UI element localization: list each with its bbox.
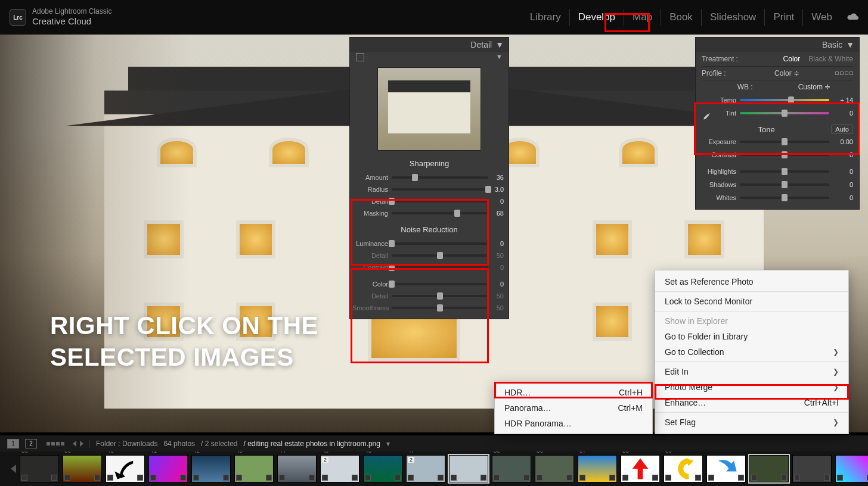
detail-navigator-icon[interactable] [356, 53, 364, 61]
filmstrip-prev-icon[interactable] [11, 465, 16, 473]
filmstrip-thumb[interactable]: 42 [191, 455, 231, 482]
filmstrip-thumb[interactable]: 59 [664, 455, 703, 482]
ctx-lock-monitor[interactable]: Lock to Second Monitor [655, 294, 848, 309]
detail-preview[interactable] [377, 67, 481, 151]
ctx-set-reference[interactable]: Set as Reference Photo [655, 274, 848, 289]
cloud-sync-icon[interactable] [847, 12, 860, 23]
separator [655, 412, 848, 413]
filmstrip-thumb[interactable]: 40 [106, 455, 145, 482]
app-brand: Adobe Lightroom Classic Creative Cloud [32, 8, 111, 26]
treatment-row[interactable]: Treatment : ColorBlack & White [702, 52, 853, 66]
selected-count: / 2 selected [201, 440, 237, 448]
folder-label[interactable]: Folder : Downloads [96, 440, 157, 448]
module-picker: Library Develop Map Book Slideshow Print… [522, 0, 860, 35]
module-slideshow[interactable]: Slideshow [701, 9, 765, 26]
module-book[interactable]: Book [661, 9, 701, 26]
highlight-photo-merge [655, 384, 849, 400]
filmstrip-thumb[interactable] [835, 455, 868, 482]
detail-panel-header[interactable]: Detail ▼ [350, 38, 509, 52]
profile-row[interactable]: Profile : Color ≑ [702, 66, 853, 80]
separator [655, 291, 848, 292]
chevron-right-icon: ❯ [833, 348, 839, 356]
chevron-right-icon: ❯ [833, 418, 839, 426]
ctx-edit-in[interactable]: Edit In❯ [655, 364, 848, 379]
radius-slider[interactable]: Radius3.0 [350, 183, 509, 195]
grid-view-icon[interactable] [46, 442, 64, 446]
shadows-slider[interactable]: Shadows0 [702, 178, 853, 191]
filmstrip-thumb[interactable]: 472 [406, 455, 445, 482]
dropdown-icon[interactable]: ▾ [386, 440, 390, 448]
filmstrip-thumb[interactable] [706, 455, 746, 482]
filmstrip-thumb[interactable] [749, 455, 789, 482]
filmstrip-thumb[interactable] [792, 455, 832, 482]
filmstrip-thumb[interactable]: 41 [148, 455, 188, 482]
display-2-button[interactable]: 2 [25, 439, 37, 448]
amount-slider[interactable]: Amount36 [350, 172, 509, 183]
app-header: Lrc Adobe Lightroom Classic Creative Clo… [0, 0, 868, 35]
filmstrip-thumb[interactable]: 43 [234, 455, 274, 482]
disclosure-icon[interactable]: ▼ [846, 40, 854, 49]
filmstrip-thumb[interactable]: 46 [363, 455, 402, 482]
ctx-goto-collection[interactable]: Go to Collection❯ [655, 344, 848, 360]
filmstrip-thumb[interactable]: 44 [277, 455, 317, 482]
filmstrip-thumb[interactable] [449, 455, 488, 482]
module-web[interactable]: Web [802, 9, 841, 26]
brand-top: Adobe Lightroom Classic [32, 8, 111, 16]
wb-row[interactable]: WB : Custom ≑ [715, 80, 853, 94]
detail-panel-title: Detail [470, 40, 492, 49]
profile-value[interactable]: Color ≑ [774, 69, 799, 77]
basic-panel-header[interactable]: Basic ▼ [696, 38, 859, 52]
overlay-line1: RIGHT CLICK ON THE [50, 311, 318, 339]
overlay-line2: SELECTED IMAGES [50, 343, 294, 371]
profile-browser-icon[interactable] [835, 71, 853, 75]
treatment-bw[interactable]: Black & White [808, 55, 853, 63]
ctx-hdr-panorama[interactable]: HDR Panorama… [495, 416, 652, 431]
filmstrip-thumb[interactable]: 58 [621, 455, 660, 482]
filmstrip[interactable]: 38394041424344452464725556575859 [0, 451, 868, 486]
display-1-button[interactable]: 1 [7, 439, 19, 448]
filmstrip-thumb[interactable]: 38 [20, 455, 59, 482]
filmstrip-thumb[interactable]: 57 [578, 455, 617, 482]
chevron-right-icon: ❯ [833, 367, 839, 376]
current-file[interactable]: / editing real estate photos in lightroo… [243, 440, 380, 448]
module-print[interactable]: Print [764, 9, 802, 26]
highlight-sharpening [351, 199, 489, 266]
separator [655, 311, 848, 311]
app-logo: Lrc [10, 9, 26, 26]
basic-panel-title: Basic [822, 40, 842, 49]
highlight-wb [694, 102, 860, 155]
filmstrip-thumb[interactable]: 39 [63, 455, 102, 482]
brand-bot: Creative Cloud [32, 16, 111, 26]
filmstrip-thumb[interactable]: 56 [535, 455, 574, 482]
filmstrip-thumb[interactable]: 452 [320, 455, 359, 482]
filmstrip-thumb[interactable]: 55 [492, 455, 531, 482]
sharpening-title: Sharpening [350, 157, 509, 172]
disclosure-icon[interactable]: ▼ [495, 40, 504, 49]
ctx-goto-folder[interactable]: Go to Folder in Library [655, 329, 848, 344]
ctx-set-flag[interactable]: Set Flag❯ [655, 415, 848, 430]
photo-count: 64 photos [163, 440, 195, 448]
annotation-overlay-text: RIGHT CLICK ON THE SELECTED IMAGES [50, 310, 318, 373]
highlights-slider[interactable]: Highlights0 [702, 165, 853, 178]
highlight-hdr [494, 382, 653, 398]
highlight-noise [351, 268, 489, 363]
wb-value[interactable]: Custom ≑ [798, 83, 831, 91]
module-library[interactable]: Library [522, 9, 569, 26]
ctx-panorama[interactable]: Panorama…Ctrl+M [495, 400, 652, 416]
whites-slider[interactable]: Whites0 [702, 191, 853, 204]
secondary-display-bar: 1 2 Folder : Downloads 64 photos / 2 sel… [0, 435, 868, 451]
detail-options-icon[interactable]: ▼ [496, 53, 503, 60]
context-menu: Set as Reference Photo Lock to Second Mo… [655, 270, 849, 434]
ctx-show-explorer: Show in Explorer [655, 313, 848, 329]
separator [655, 362, 848, 362]
treatment-color[interactable]: Color [783, 55, 801, 63]
highlight-develop [604, 13, 650, 32]
nav-arrows[interactable] [73, 441, 83, 447]
